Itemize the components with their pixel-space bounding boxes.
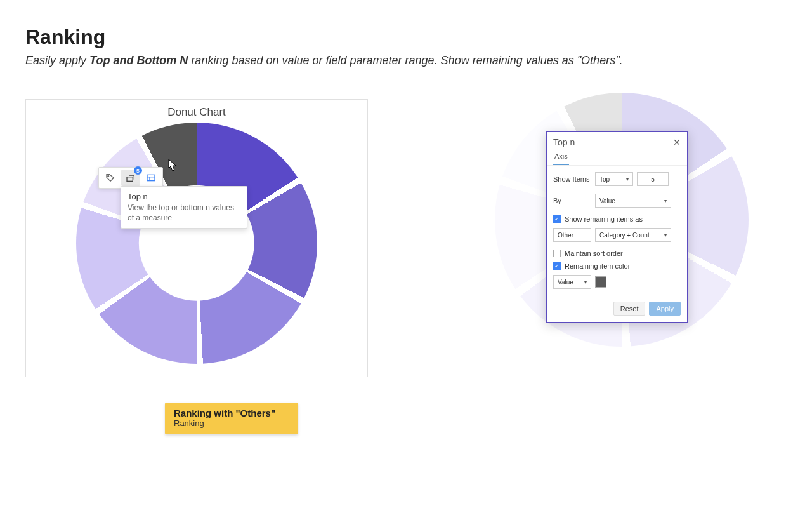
close-icon[interactable]: ✕ xyxy=(673,137,681,147)
page-subtitle: Easily apply Top and Bottom N ranking ba… xyxy=(25,54,787,67)
donut-chart[interactable]: 5 Top n View the top or bottom n values … xyxy=(76,123,317,364)
by-label: By xyxy=(553,197,591,204)
svg-rect-1 xyxy=(127,177,133,182)
show-remaining-label: Show remaining items as xyxy=(565,215,643,223)
chart-title: Donut Chart xyxy=(26,106,367,119)
color-swatch[interactable] xyxy=(595,276,606,288)
show-items-count-input[interactable]: 5 xyxy=(637,172,669,186)
tooltip-description: View the top or bottom n values of a mea… xyxy=(128,203,240,223)
chevron-down-icon: ▾ xyxy=(664,232,667,238)
chevron-down-icon: ▾ xyxy=(584,279,587,285)
svg-rect-2 xyxy=(147,175,155,180)
donut-chart-card: Donut Chart xyxy=(25,99,368,377)
panel-title: Top n xyxy=(553,137,575,147)
reset-button[interactable]: Reset xyxy=(613,302,646,316)
by-value: Value xyxy=(599,197,615,204)
color-mode-value: Value xyxy=(558,279,573,286)
subtitle-suffix: ranking based on value or field paramete… xyxy=(188,54,622,67)
chevron-down-icon: ▾ xyxy=(626,177,629,182)
chart-action-toolbar: 5 xyxy=(98,167,163,189)
remaining-color-checkbox[interactable]: ✓ xyxy=(553,262,561,270)
by-select[interactable]: Value▾ xyxy=(595,194,671,208)
svg-point-0 xyxy=(108,175,109,177)
tooltip-title: Top n xyxy=(128,192,240,201)
other-mode-value: Category + Count xyxy=(599,232,650,239)
top-n-tooltip: Top n View the top or bottom n values of… xyxy=(121,186,247,229)
show-items-mode-value: Top xyxy=(599,176,610,183)
feature-chip-title: Ranking with "Others" xyxy=(174,408,289,418)
show-items-label: Show Items xyxy=(553,175,591,183)
feature-chip-subtitle: Ranking xyxy=(174,418,289,428)
apply-button[interactable]: Apply xyxy=(649,302,681,316)
tab-axis[interactable]: Axis xyxy=(553,150,569,165)
show-remaining-checkbox[interactable]: ✓ xyxy=(553,215,561,223)
show-items-mode-select[interactable]: Top▾ xyxy=(595,172,633,186)
subtitle-prefix: Easily apply xyxy=(25,54,89,67)
maintain-sort-label: Maintain sort order xyxy=(565,250,623,257)
top-n-panel: Top n ✕ Axis Show Items Top▾ 5 By Value▾ xyxy=(546,131,688,323)
page-title: Ranking xyxy=(25,25,787,49)
layout-icon[interactable] xyxy=(141,170,160,186)
feature-chip: Ranking with "Others" Ranking xyxy=(165,403,298,434)
tag-icon[interactable] xyxy=(101,170,120,186)
remaining-color-label: Remaining item color xyxy=(565,262,630,270)
chevron-down-icon: ▾ xyxy=(664,198,667,204)
color-mode-select[interactable]: Value▾ xyxy=(553,275,591,289)
top-n-icon[interactable]: 5 xyxy=(121,170,140,186)
other-text-input[interactable]: Other xyxy=(553,228,591,242)
other-mode-select[interactable]: Category + Count▾ xyxy=(595,228,671,242)
subtitle-bold: Top and Bottom N xyxy=(89,54,188,67)
maintain-sort-checkbox[interactable] xyxy=(553,250,561,257)
